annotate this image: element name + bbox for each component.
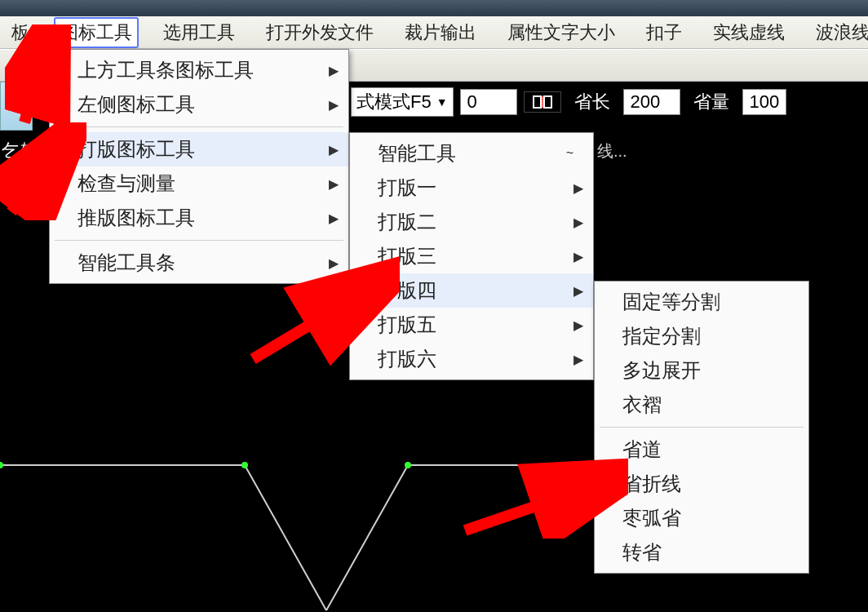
menu-cut-output[interactable]: 裁片输出 xyxy=(398,17,483,48)
dd2-item-3[interactable]: 打版三▶ xyxy=(350,239,593,273)
label-length: 省长 xyxy=(568,90,617,114)
dd3-item-spec-split[interactable]: 指定分割 xyxy=(595,319,808,353)
dd1-item-pattern-tools[interactable]: 打版图标工具▶ xyxy=(50,132,348,166)
dd2-item-4[interactable]: 打版四▶ xyxy=(350,273,593,308)
menu-bar: 板 图标工具 选用工具 打开外发文件 裁片输出 属性文字大小 扣子 实线虚线 波… xyxy=(0,16,868,49)
menu-separator xyxy=(55,240,343,241)
menu-separator xyxy=(55,126,343,127)
svg-point-6 xyxy=(0,462,3,468)
status-text: 线... xyxy=(597,140,627,162)
dd1-item-grading-tools[interactable]: 推版图标工具▶ xyxy=(50,201,348,235)
chevron-right-icon: ▶ xyxy=(574,249,583,264)
dd2-item-6[interactable]: 打版六▶ xyxy=(350,342,593,376)
dd2-item-5[interactable]: 打版五▶ xyxy=(350,308,593,342)
dd3-item-dart[interactable]: 省道 xyxy=(595,432,808,467)
chevron-right-icon: ▶ xyxy=(329,97,339,113)
dd3-item-dart-foldline[interactable]: 省折线 xyxy=(595,467,808,501)
left-tool-strip[interactable] xyxy=(0,82,33,131)
dd2-item-1[interactable]: 打版一▶ xyxy=(350,171,593,205)
dropdown-daban4: 固定等分割 指定分割 多边展开 衣褶 省道 省折线 枣弧省 转省 xyxy=(594,281,809,574)
menu-icon-tools[interactable]: 图标工具 xyxy=(54,17,139,48)
chevron-right-icon: ▶ xyxy=(329,63,339,78)
svg-line-10 xyxy=(465,481,608,530)
mode-combo[interactable]: 式模式F5 ▼ xyxy=(351,87,454,117)
menu-wave-line[interactable]: 波浪线 xyxy=(809,17,868,48)
dd2-item-smart[interactable]: 智能工具 ~ xyxy=(350,136,593,171)
chevron-right-icon: ▶ xyxy=(329,255,339,271)
field-zero[interactable]: 0 xyxy=(460,89,517,115)
dd1-item-top-toolbar[interactable]: 上方工具条图标工具▶ xyxy=(50,53,348,87)
field-amount[interactable]: 100 xyxy=(742,89,787,115)
field-length[interactable]: 200 xyxy=(623,89,680,115)
dd3-item-pleat[interactable]: 衣褶 xyxy=(595,388,808,422)
dd1-item-smart-toolbar[interactable]: 智能工具条▶ xyxy=(50,246,348,280)
svg-line-2 xyxy=(326,465,408,610)
dropdown-icon-tools: 上方工具条图标工具▶ 左侧图标工具▶ 打版图标工具▶ 检查与测量▶ 推版图标工具… xyxy=(49,49,349,284)
dd3-item-fixed-split[interactable]: 固定等分割 xyxy=(595,285,808,319)
menu-select-tools[interactable]: 选用工具 xyxy=(157,17,241,48)
chevron-right-icon: ▶ xyxy=(574,317,583,333)
dd3-item-date-arc-dart[interactable]: 枣弧省 xyxy=(595,501,808,535)
title-bar xyxy=(0,0,868,16)
chevron-right-icon: ▶ xyxy=(329,211,339,226)
chevron-right-icon: ▶ xyxy=(574,215,583,230)
chevron-right-icon: ▶ xyxy=(329,176,339,192)
book-icon[interactable] xyxy=(524,91,561,113)
dd3-item-poly-spread[interactable]: 多边展开 xyxy=(595,353,808,388)
menu-line-style[interactable]: 实线虚线 xyxy=(706,17,791,48)
svg-point-5 xyxy=(405,462,411,468)
label-amount: 省量 xyxy=(687,90,736,114)
dd2-item-2[interactable]: 打版二▶ xyxy=(350,205,593,239)
left-label-text: 乞输) xyxy=(0,135,50,166)
menu-open-file[interactable]: 打开外发文件 xyxy=(259,17,380,48)
chevron-right-icon: ▶ xyxy=(574,283,583,299)
dd1-item-check-measure[interactable]: 检查与测量▶ xyxy=(50,166,348,201)
chevron-right-icon: ▶ xyxy=(574,352,583,367)
chevron-right-icon: ▶ xyxy=(574,180,583,196)
menu-attr-size[interactable]: 属性文字大小 xyxy=(501,17,622,48)
tilde-icon: ~ xyxy=(566,146,574,161)
menu-separator xyxy=(600,427,804,428)
menu-ban[interactable]: 板 xyxy=(5,17,36,48)
dd3-item-rotate-dart[interactable]: 转省 xyxy=(595,535,808,570)
svg-line-1 xyxy=(245,465,326,610)
chevron-right-icon: ▶ xyxy=(329,142,339,157)
chevron-down-icon: ▼ xyxy=(436,95,448,109)
mode-combo-label: 式模式F5 xyxy=(356,90,432,114)
dd1-item-left-icons[interactable]: 左侧图标工具▶ xyxy=(50,87,348,122)
dropdown-pattern-tools: 智能工具 ~ 打版一▶ 打版二▶ 打版三▶ 打版四▶ 打版五▶ 打版六▶ xyxy=(349,132,594,380)
svg-point-4 xyxy=(241,462,248,468)
menu-buttons[interactable]: 扣子 xyxy=(640,17,689,48)
